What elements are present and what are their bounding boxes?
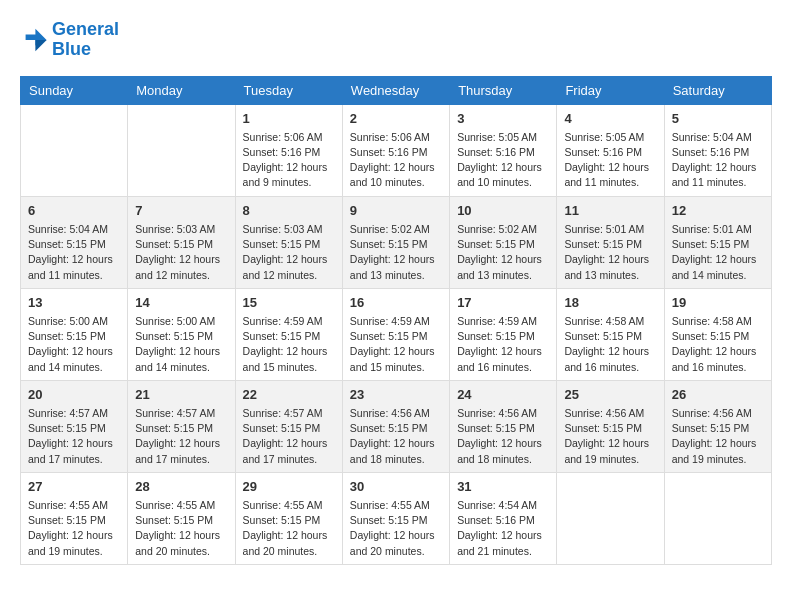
day-number: 20	[28, 386, 120, 404]
day-number: 24	[457, 386, 549, 404]
day-info: Sunrise: 4:56 AM Sunset: 5:15 PM Dayligh…	[350, 406, 442, 467]
calendar-cell	[557, 472, 664, 564]
calendar-cell	[664, 472, 771, 564]
calendar-cell: 24Sunrise: 4:56 AM Sunset: 5:15 PM Dayli…	[450, 380, 557, 472]
calendar-cell: 18Sunrise: 4:58 AM Sunset: 5:15 PM Dayli…	[557, 288, 664, 380]
day-number: 3	[457, 110, 549, 128]
day-info: Sunrise: 4:55 AM Sunset: 5:15 PM Dayligh…	[135, 498, 227, 559]
calendar-cell: 30Sunrise: 4:55 AM Sunset: 5:15 PM Dayli…	[342, 472, 449, 564]
day-info: Sunrise: 4:57 AM Sunset: 5:15 PM Dayligh…	[243, 406, 335, 467]
day-of-week-row: SundayMondayTuesdayWednesdayThursdayFrid…	[21, 76, 772, 104]
day-number: 18	[564, 294, 656, 312]
logo-icon	[20, 26, 48, 54]
day-info: Sunrise: 4:59 AM Sunset: 5:15 PM Dayligh…	[457, 314, 549, 375]
calendar-cell: 11Sunrise: 5:01 AM Sunset: 5:15 PM Dayli…	[557, 196, 664, 288]
day-info: Sunrise: 4:59 AM Sunset: 5:15 PM Dayligh…	[350, 314, 442, 375]
calendar-week-row: 13Sunrise: 5:00 AM Sunset: 5:15 PM Dayli…	[21, 288, 772, 380]
day-of-week-header: Sunday	[21, 76, 128, 104]
calendar-body: 1Sunrise: 5:06 AM Sunset: 5:16 PM Daylig…	[21, 104, 772, 564]
day-number: 21	[135, 386, 227, 404]
day-info: Sunrise: 5:05 AM Sunset: 5:16 PM Dayligh…	[457, 130, 549, 191]
day-number: 25	[564, 386, 656, 404]
calendar-cell	[21, 104, 128, 196]
day-number: 10	[457, 202, 549, 220]
day-info: Sunrise: 4:55 AM Sunset: 5:15 PM Dayligh…	[243, 498, 335, 559]
day-info: Sunrise: 4:59 AM Sunset: 5:15 PM Dayligh…	[243, 314, 335, 375]
day-number: 12	[672, 202, 764, 220]
day-of-week-header: Monday	[128, 76, 235, 104]
day-info: Sunrise: 4:58 AM Sunset: 5:15 PM Dayligh…	[564, 314, 656, 375]
day-of-week-header: Saturday	[664, 76, 771, 104]
calendar-week-row: 1Sunrise: 5:06 AM Sunset: 5:16 PM Daylig…	[21, 104, 772, 196]
day-number: 31	[457, 478, 549, 496]
day-number: 7	[135, 202, 227, 220]
day-info: Sunrise: 5:00 AM Sunset: 5:15 PM Dayligh…	[135, 314, 227, 375]
calendar-cell: 22Sunrise: 4:57 AM Sunset: 5:15 PM Dayli…	[235, 380, 342, 472]
day-info: Sunrise: 5:02 AM Sunset: 5:15 PM Dayligh…	[457, 222, 549, 283]
day-number: 26	[672, 386, 764, 404]
day-info: Sunrise: 5:04 AM Sunset: 5:16 PM Dayligh…	[672, 130, 764, 191]
calendar-cell: 2Sunrise: 5:06 AM Sunset: 5:16 PM Daylig…	[342, 104, 449, 196]
day-info: Sunrise: 5:00 AM Sunset: 5:15 PM Dayligh…	[28, 314, 120, 375]
calendar-cell: 16Sunrise: 4:59 AM Sunset: 5:15 PM Dayli…	[342, 288, 449, 380]
day-number: 9	[350, 202, 442, 220]
day-info: Sunrise: 5:04 AM Sunset: 5:15 PM Dayligh…	[28, 222, 120, 283]
page-header: General Blue	[20, 20, 772, 60]
calendar-week-row: 27Sunrise: 4:55 AM Sunset: 5:15 PM Dayli…	[21, 472, 772, 564]
logo-text: General Blue	[52, 20, 119, 60]
day-of-week-header: Wednesday	[342, 76, 449, 104]
calendar-cell: 6Sunrise: 5:04 AM Sunset: 5:15 PM Daylig…	[21, 196, 128, 288]
day-number: 5	[672, 110, 764, 128]
calendar-cell: 3Sunrise: 5:05 AM Sunset: 5:16 PM Daylig…	[450, 104, 557, 196]
calendar-cell: 9Sunrise: 5:02 AM Sunset: 5:15 PM Daylig…	[342, 196, 449, 288]
calendar-cell: 15Sunrise: 4:59 AM Sunset: 5:15 PM Dayli…	[235, 288, 342, 380]
calendar-cell: 13Sunrise: 5:00 AM Sunset: 5:15 PM Dayli…	[21, 288, 128, 380]
day-of-week-header: Thursday	[450, 76, 557, 104]
calendar-cell: 29Sunrise: 4:55 AM Sunset: 5:15 PM Dayli…	[235, 472, 342, 564]
day-info: Sunrise: 5:02 AM Sunset: 5:15 PM Dayligh…	[350, 222, 442, 283]
day-number: 8	[243, 202, 335, 220]
svg-marker-1	[35, 40, 46, 51]
day-number: 4	[564, 110, 656, 128]
calendar-cell: 25Sunrise: 4:56 AM Sunset: 5:15 PM Dayli…	[557, 380, 664, 472]
day-number: 16	[350, 294, 442, 312]
calendar-cell: 20Sunrise: 4:57 AM Sunset: 5:15 PM Dayli…	[21, 380, 128, 472]
day-info: Sunrise: 5:05 AM Sunset: 5:16 PM Dayligh…	[564, 130, 656, 191]
day-of-week-header: Tuesday	[235, 76, 342, 104]
day-info: Sunrise: 5:06 AM Sunset: 5:16 PM Dayligh…	[243, 130, 335, 191]
calendar-cell: 27Sunrise: 4:55 AM Sunset: 5:15 PM Dayli…	[21, 472, 128, 564]
calendar-cell: 28Sunrise: 4:55 AM Sunset: 5:15 PM Dayli…	[128, 472, 235, 564]
day-number: 27	[28, 478, 120, 496]
day-number: 30	[350, 478, 442, 496]
day-number: 28	[135, 478, 227, 496]
day-info: Sunrise: 5:03 AM Sunset: 5:15 PM Dayligh…	[243, 222, 335, 283]
day-number: 19	[672, 294, 764, 312]
calendar-cell: 7Sunrise: 5:03 AM Sunset: 5:15 PM Daylig…	[128, 196, 235, 288]
day-info: Sunrise: 4:55 AM Sunset: 5:15 PM Dayligh…	[28, 498, 120, 559]
calendar-cell: 10Sunrise: 5:02 AM Sunset: 5:15 PM Dayli…	[450, 196, 557, 288]
day-number: 2	[350, 110, 442, 128]
day-info: Sunrise: 4:57 AM Sunset: 5:15 PM Dayligh…	[135, 406, 227, 467]
calendar-cell: 17Sunrise: 4:59 AM Sunset: 5:15 PM Dayli…	[450, 288, 557, 380]
day-info: Sunrise: 5:01 AM Sunset: 5:15 PM Dayligh…	[672, 222, 764, 283]
calendar-cell: 4Sunrise: 5:05 AM Sunset: 5:16 PM Daylig…	[557, 104, 664, 196]
day-info: Sunrise: 4:56 AM Sunset: 5:15 PM Dayligh…	[457, 406, 549, 467]
calendar-cell: 8Sunrise: 5:03 AM Sunset: 5:15 PM Daylig…	[235, 196, 342, 288]
day-number: 23	[350, 386, 442, 404]
calendar-cell: 31Sunrise: 4:54 AM Sunset: 5:16 PM Dayli…	[450, 472, 557, 564]
day-number: 13	[28, 294, 120, 312]
calendar-cell: 1Sunrise: 5:06 AM Sunset: 5:16 PM Daylig…	[235, 104, 342, 196]
calendar-cell: 14Sunrise: 5:00 AM Sunset: 5:15 PM Dayli…	[128, 288, 235, 380]
logo: General Blue	[20, 20, 119, 60]
calendar-cell: 19Sunrise: 4:58 AM Sunset: 5:15 PM Dayli…	[664, 288, 771, 380]
calendar-header: SundayMondayTuesdayWednesdayThursdayFrid…	[21, 76, 772, 104]
day-number: 22	[243, 386, 335, 404]
day-info: Sunrise: 4:56 AM Sunset: 5:15 PM Dayligh…	[672, 406, 764, 467]
day-info: Sunrise: 5:06 AM Sunset: 5:16 PM Dayligh…	[350, 130, 442, 191]
day-number: 1	[243, 110, 335, 128]
day-info: Sunrise: 4:54 AM Sunset: 5:16 PM Dayligh…	[457, 498, 549, 559]
day-number: 11	[564, 202, 656, 220]
calendar-cell: 23Sunrise: 4:56 AM Sunset: 5:15 PM Dayli…	[342, 380, 449, 472]
calendar-week-row: 20Sunrise: 4:57 AM Sunset: 5:15 PM Dayli…	[21, 380, 772, 472]
day-number: 14	[135, 294, 227, 312]
